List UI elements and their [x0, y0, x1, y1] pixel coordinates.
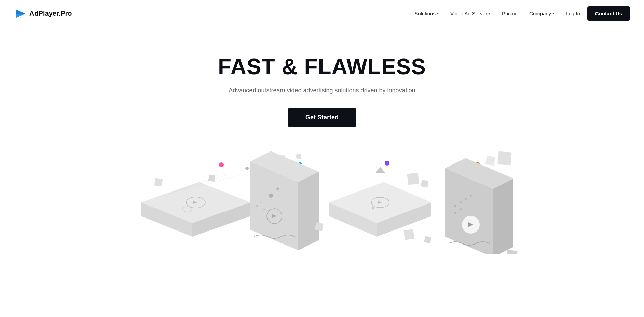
svg-rect-10 [485, 156, 495, 166]
isometric-illustration [117, 144, 527, 254]
svg-rect-39 [421, 180, 429, 188]
nav-pricing[interactable]: Pricing [497, 8, 522, 19]
nav-video-ad-server[interactable]: Video Ad Server ▾ [446, 8, 495, 19]
chevron-down-icon: ▾ [552, 12, 554, 15]
get-started-button[interactable]: Get Started [288, 108, 356, 127]
nav-login[interactable]: Log In [561, 8, 585, 19]
contact-us-button[interactable]: Contact Us [587, 6, 630, 21]
svg-point-44 [454, 205, 456, 207]
svg-point-32 [263, 209, 265, 210]
hero-title: FAST & FLAWLESS [218, 55, 426, 79]
logo-icon [14, 8, 26, 20]
svg-point-2 [219, 162, 224, 167]
svg-point-30 [256, 205, 258, 207]
svg-rect-55 [315, 223, 323, 231]
svg-point-7 [385, 161, 389, 166]
svg-marker-8 [375, 167, 385, 173]
hero-illustration [0, 144, 644, 254]
svg-point-25 [269, 194, 273, 198]
svg-rect-21 [154, 178, 163, 187]
svg-rect-11 [497, 151, 511, 166]
chevron-down-icon: ▾ [437, 12, 439, 15]
svg-point-45 [460, 201, 462, 203]
svg-rect-57 [424, 236, 431, 243]
hero-section: FAST & FLAWLESS Advanced outstream video… [0, 27, 644, 148]
svg-marker-1 [16, 9, 25, 14]
brand-name: AdPlayer.Pro [29, 10, 72, 17]
logo-link[interactable]: AdPlayer.Pro [14, 8, 72, 20]
svg-rect-6 [296, 154, 301, 159]
svg-rect-40 [407, 173, 419, 185]
svg-point-46 [465, 198, 467, 200]
svg-point-47 [470, 195, 472, 197]
svg-point-31 [260, 202, 261, 203]
svg-marker-42 [493, 179, 513, 254]
hero-subtitle: Advanced outstream video advertising sol… [229, 87, 415, 94]
svg-point-29 [245, 167, 249, 170]
nav-solutions[interactable]: Solutions ▾ [410, 8, 443, 19]
svg-rect-52 [506, 250, 518, 254]
svg-point-48 [454, 212, 456, 214]
nav-company[interactable]: Company ▾ [524, 8, 559, 19]
nav-links: Solutions ▾ Video Ad Server ▾ Pricing Co… [410, 6, 630, 21]
chevron-down-icon: ▾ [489, 12, 490, 15]
svg-point-26 [276, 187, 279, 190]
svg-rect-56 [403, 229, 414, 240]
navbar: AdPlayer.Pro Solutions ▾ Video Ad Server… [0, 0, 644, 27]
svg-point-49 [460, 208, 462, 210]
svg-marker-23 [298, 172, 319, 250]
